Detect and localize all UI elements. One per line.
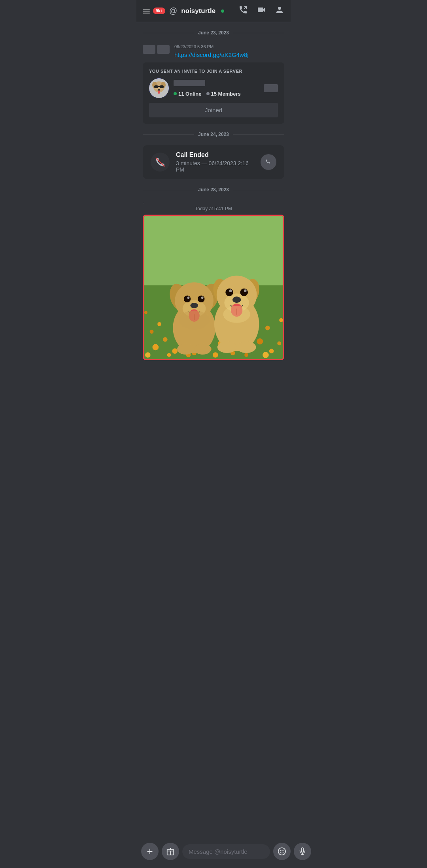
menu-lines-icon	[143, 9, 150, 13]
svg-point-66	[237, 342, 256, 353]
svg-point-37	[144, 311, 147, 314]
header-right	[238, 5, 284, 17]
invite-area: 06/23/2023 5:36 PM https://discord.gg/aK…	[174, 44, 284, 58]
svg-point-62	[244, 289, 247, 292]
image-timestamp: Today at 5:41 PM	[143, 206, 284, 211]
svg-point-44	[184, 295, 191, 302]
online-status-dot	[221, 9, 224, 13]
separator-line-left-2	[143, 134, 194, 135]
svg-point-36	[279, 318, 283, 322]
svg-point-47	[201, 296, 204, 299]
video-icon[interactable]	[257, 5, 266, 17]
joined-button: Joined	[149, 103, 278, 117]
image-message: · Today at 5:41 PM	[143, 200, 284, 360]
call-icon[interactable]	[238, 5, 248, 17]
svg-point-27	[277, 342, 281, 345]
chat-area: June 23, 2023 06/23/2023 5:36 PM https:/…	[136, 22, 291, 403]
svg-point-45	[198, 295, 205, 302]
avatar-group	[143, 44, 170, 54]
svg-point-26	[269, 349, 274, 353]
date-separator-2: June 24, 2023	[143, 132, 284, 137]
svg-point-25	[257, 338, 263, 345]
separator-line-left	[143, 33, 194, 33]
svg-point-51	[194, 344, 211, 355]
call-ended-card: Call Ended 3 minutes — 06/24/2023 2:16 P…	[143, 145, 284, 179]
server-counts: 11 Online 15 Members	[174, 91, 259, 97]
svg-point-28	[145, 352, 151, 358]
svg-point-67	[223, 306, 250, 323]
date-label-3: June 28, 2023	[198, 187, 229, 192]
person-icon[interactable]	[275, 5, 284, 17]
separator-line-right-3	[233, 190, 284, 190]
separator-line-left-3	[143, 190, 194, 190]
notification-badge[interactable]: 9k+	[153, 8, 165, 14]
svg-point-43	[190, 303, 198, 308]
svg-point-35	[265, 326, 270, 330]
svg-point-32	[244, 353, 248, 357]
header-left: 9k+ @ noisyturtle	[143, 6, 224, 15]
sender-dot: ·	[143, 200, 144, 205]
invite-card-wrapper: YOU SENT AN INVITE TO JOIN A SERVER	[143, 62, 284, 124]
separator-line-right	[233, 33, 284, 33]
svg-rect-5	[160, 85, 164, 88]
svg-point-50	[177, 344, 194, 355]
svg-point-59	[225, 289, 233, 296]
header: 9k+ @ noisyturtle	[136, 0, 291, 22]
server-extra-redacted	[264, 84, 278, 92]
invite-card-title: YOU SENT AN INVITE TO JOIN A SERVER	[149, 69, 278, 74]
svg-rect-11	[144, 216, 283, 293]
message-top-row: 06/23/2023 5:36 PM	[174, 44, 284, 49]
call-ended-detail: 3 minutes — 06/24/2023 2:16 PM	[176, 160, 254, 173]
date-label-1: June 23, 2023	[198, 30, 229, 36]
svg-point-31	[213, 352, 218, 358]
date-separator-3: June 28, 2023	[143, 187, 284, 192]
call-info: Call Ended 3 minutes — 06/24/2023 2:16 P…	[176, 151, 254, 173]
svg-point-33	[263, 352, 269, 358]
server-avatar	[149, 78, 169, 98]
separator-line-right-2	[233, 134, 284, 135]
svg-point-13	[153, 344, 159, 351]
member-indicator: 15 Members	[206, 91, 241, 97]
svg-point-46	[187, 296, 190, 299]
svg-point-8	[158, 91, 160, 94]
server-name-redacted	[174, 80, 205, 86]
notification-wrapper[interactable]: 9k+	[143, 8, 165, 14]
svg-point-16	[150, 330, 154, 334]
avatar-redacted-2	[157, 45, 170, 54]
svg-point-60	[240, 289, 248, 296]
at-icon: @	[169, 6, 177, 15]
date-separator-1: June 23, 2023	[143, 30, 284, 36]
svg-point-58	[232, 296, 241, 303]
message-timestamp-1: 06/23/2023 5:36 PM	[174, 44, 214, 49]
message-group-1: 06/23/2023 5:36 PM https://discord.gg/aK…	[136, 43, 291, 59]
offline-dot	[206, 92, 210, 95]
svg-point-61	[229, 289, 232, 292]
svg-point-34	[157, 322, 161, 326]
svg-point-52	[179, 311, 210, 330]
svg-point-7	[158, 89, 160, 91]
svg-rect-4	[154, 85, 158, 88]
avatar-redacted-1	[143, 45, 155, 54]
call-ended-title: Call Ended	[176, 151, 254, 159]
puppy-image-container[interactable]	[143, 215, 284, 360]
server-info: 11 Online 15 Members	[149, 78, 278, 98]
channel-name: noisyturtle	[181, 7, 215, 15]
server-details: 11 Online 15 Members	[174, 80, 259, 97]
member-count: 15 Members	[211, 91, 241, 97]
svg-point-65	[217, 342, 237, 353]
call-ended-icon-wrapper	[151, 153, 170, 172]
call-back-button[interactable]	[261, 154, 276, 170]
online-dot	[174, 92, 177, 95]
invite-card: YOU SENT AN INVITE TO JOIN A SERVER	[143, 62, 284, 124]
image-message-meta: ·	[143, 200, 284, 205]
invite-link[interactable]: https://discord.gg/aK2G4w8j	[174, 51, 249, 58]
online-indicator: 11 Online	[174, 91, 202, 97]
online-count: 11 Online	[178, 91, 202, 97]
svg-point-29	[167, 353, 171, 357]
svg-point-14	[163, 337, 168, 342]
svg-point-15	[172, 348, 178, 354]
date-label-2: June 24, 2023	[198, 132, 229, 137]
